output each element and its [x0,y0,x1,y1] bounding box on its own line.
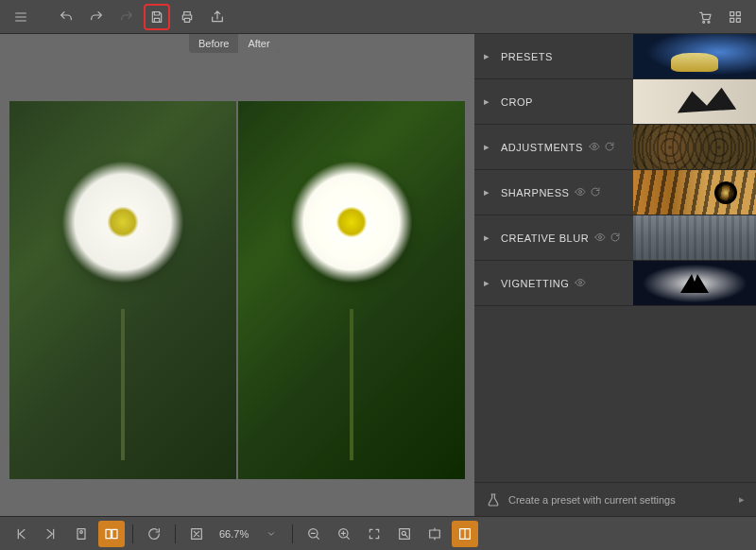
redo-item-button[interactable] [83,4,110,30]
panel-thumbnail [633,170,756,215]
svg-point-8 [599,235,602,238]
svg-point-0 [703,21,705,23]
svg-point-7 [579,190,582,193]
panel-label: VIGNETTING [501,278,569,289]
rotate-button[interactable] [141,521,167,547]
cart-button[interactable] [692,4,718,30]
panel-label: CROP [501,96,533,108]
after-image [238,101,465,479]
top-toolbar [0,0,756,34]
share-button[interactable] [204,4,231,30]
redo-button [113,4,140,30]
panel-thumbnail [633,34,756,79]
svg-point-1 [708,21,710,23]
reset-icon[interactable] [610,232,621,245]
panel-creative-blur[interactable]: ▸CREATIVE BLUR [474,215,756,261]
print-button[interactable] [174,4,200,30]
panel-adjustments[interactable]: ▸ADJUSTMENTS [474,125,756,170]
svg-point-6 [593,145,595,147]
svg-rect-13 [112,529,117,538]
before-image [9,101,236,479]
svg-rect-12 [106,529,111,538]
svg-rect-4 [730,18,734,22]
bottom-toolbar: 66.7% [0,516,756,550]
reset-icon[interactable] [590,186,601,199]
svg-rect-19 [430,530,440,538]
panel-label: SHARPNESS [501,187,569,198]
svg-rect-3 [736,11,740,15]
pan-button[interactable] [421,521,448,547]
panel-label: ADJUSTMENTS [501,142,583,153]
panel-presets[interactable]: ▸PRESETS [474,34,756,79]
visibility-icon[interactable] [575,186,586,199]
navigator-button[interactable] [391,521,418,547]
prev-image-button[interactable] [8,521,34,547]
create-preset-label: Create a preset with current settings [508,494,676,506]
create-preset-button[interactable]: Create a preset with current settings ▸ [474,482,756,516]
save-button[interactable] [144,4,170,30]
chevron-right-icon: ▸ [739,493,745,506]
panel-label: CREATIVE BLUR [501,232,589,244]
panel-thumbnail [633,215,756,261]
zoom-dropdown[interactable] [258,521,284,547]
panel-thumbnail [633,125,756,170]
panel-vignetting[interactable]: ▸VIGNETTING [474,261,756,306]
panel-label: PRESETS [501,51,553,62]
after-label: After [238,34,279,53]
fit-screen-button[interactable] [183,521,210,547]
svg-rect-5 [736,18,740,22]
undo-button[interactable] [53,4,79,30]
svg-point-11 [80,530,83,533]
panel-crop[interactable]: ▸CROP [474,79,756,125]
svg-point-9 [579,281,582,284]
single-view-button[interactable] [68,521,94,547]
side-panel: ▸PRESETS▸CROP▸ADJUSTMENTS▸SHARPNESS▸CREA… [474,34,756,516]
reset-icon[interactable] [604,141,615,154]
next-image-button[interactable] [38,521,64,547]
flask-icon [486,492,501,507]
visibility-icon[interactable] [594,232,606,245]
zoom-in-button[interactable] [331,521,357,547]
svg-rect-2 [730,11,734,15]
compare-view-button[interactable] [98,521,125,547]
menu-button[interactable] [8,4,34,30]
panel-thumbnail [633,79,756,125]
panel-sharpness[interactable]: ▸SHARPNESS [474,170,756,215]
grid-button[interactable] [722,4,748,30]
before-after-labels: Before After [189,34,280,53]
actual-size-button[interactable] [361,521,387,547]
visibility-icon[interactable] [575,277,586,290]
fit-window-button[interactable] [452,521,478,547]
zoom-value: 66.7% [214,528,254,540]
image-viewport[interactable] [0,34,474,516]
before-label: Before [189,34,238,53]
zoom-out-button[interactable] [301,521,327,547]
main-area: ▸PRESETS▸CROP▸ADJUSTMENTS▸SHARPNESS▸CREA… [0,34,756,516]
visibility-icon[interactable] [589,141,600,154]
panel-thumbnail [633,261,756,306]
